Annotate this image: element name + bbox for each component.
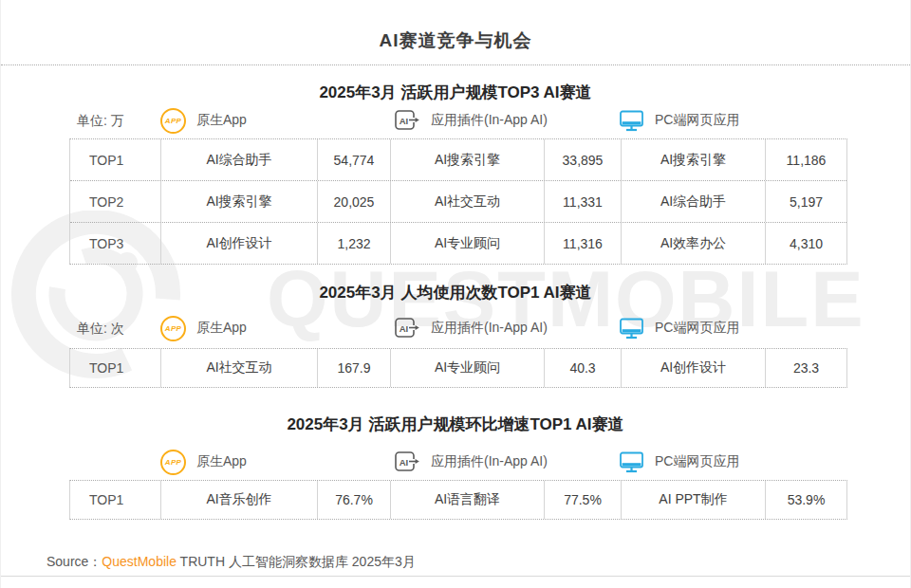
- unit-label: 单位: 次: [77, 321, 124, 338]
- legend-label: 应用插件(In-App AI): [431, 320, 548, 337]
- bottom-divider: [1, 576, 910, 577]
- pc-web-icon: [620, 451, 644, 473]
- legend-row-2: 单位: 次 APP 原生App AI 应用插件(In-App AI) PC端网页…: [1, 314, 910, 342]
- rank-cell: TOP2: [70, 181, 161, 222]
- legend-label: 原生App: [196, 320, 247, 337]
- app-badge-icon-text: APP: [165, 458, 181, 467]
- source-note: Source：QuestMobile TRUTH 人工智能洞察数据库 2025年…: [46, 554, 416, 571]
- pc-category-cell: AI效率办公: [622, 223, 766, 264]
- legend-label: 应用插件(In-App AI): [431, 453, 548, 470]
- pc-value-cell: 4,310: [766, 223, 846, 264]
- app-category-cell: AI创作设计: [161, 223, 318, 264]
- table-row: TOP1 AI社交互动 167.9 AI专业顾问 40.3 AI创作设计 23.…: [70, 349, 846, 387]
- table-row: TOP2 AI搜索引擎 20,025 AI社交互动 11,331 AI综合助手 …: [70, 180, 846, 222]
- top1-growth-rate-table: TOP1 AI音乐创作 76.7% AI语言翻译 77.5% AI PPT制作 …: [69, 480, 847, 520]
- pc-web-icon: [620, 110, 644, 132]
- pc-value-cell: 11,186: [766, 139, 846, 180]
- app-category-cell: AI综合助手: [161, 139, 318, 180]
- rank-cell: TOP3: [70, 223, 161, 264]
- legend-label: PC端网页应用: [655, 112, 739, 129]
- plugin-value-cell: 11,331: [545, 181, 622, 222]
- title-divider: [1, 64, 910, 65]
- legend-item-pc-web: PC端网页应用: [620, 448, 739, 476]
- rank-cell: TOP1: [70, 481, 161, 519]
- legend-item-in-app-ai: AI 应用插件(In-App AI): [395, 448, 548, 476]
- table-row: TOP1 AI综合助手 54,774 AI搜索引擎 33,895 AI搜索引擎 …: [70, 139, 846, 180]
- plugin-category-cell: AI语言翻译: [391, 481, 545, 519]
- plugin-category-cell: AI专业顾问: [391, 223, 545, 264]
- table-row: TOP3 AI创作设计 1,232 AI专业顾问 11,316 AI效率办公 4…: [70, 222, 846, 264]
- legend-item-pc-web: PC端网页应用: [620, 314, 739, 342]
- app-category-cell: AI社交互动: [161, 349, 318, 387]
- plugin-category-cell: AI专业顾问: [391, 349, 545, 387]
- legend-item-in-app-ai: AI 应用插件(In-App AI): [395, 106, 548, 135]
- app-category-cell: AI搜索引擎: [161, 181, 318, 222]
- plugin-value-cell: 77.5%: [545, 481, 622, 519]
- legend-item-native-app: APP 原生App: [160, 106, 247, 135]
- section-1-heading: 2025年3月 活跃用户规模TOP3 AI赛道: [1, 82, 910, 103]
- section-2-heading: 2025年3月 人均使用次数TOP1 AI赛道: [1, 282, 910, 303]
- app-value-cell: 1,232: [318, 223, 391, 264]
- in-app-ai-icon: AI: [395, 450, 420, 473]
- app-badge-icon-text: APP: [165, 324, 181, 333]
- pc-value-cell: 53.9%: [766, 481, 846, 519]
- source-prefix: Source：: [46, 554, 102, 569]
- legend-label: 原生App: [196, 453, 247, 470]
- legend-label: PC端网页应用: [655, 320, 739, 337]
- plugin-value-cell: 33,895: [545, 139, 622, 180]
- plugin-category-cell: AI搜索引擎: [391, 139, 545, 180]
- rank-cell: TOP1: [70, 139, 161, 180]
- legend-label: PC端网页应用: [655, 453, 739, 470]
- app-badge-icon-text: APP: [165, 117, 181, 125]
- in-app-ai-icon: AI: [395, 317, 420, 340]
- pc-value-cell: 5,197: [766, 181, 846, 222]
- legend-item-pc-web: PC端网页应用: [620, 106, 739, 135]
- top3-active-users-table: TOP1 AI综合助手 54,774 AI搜索引擎 33,895 AI搜索引擎 …: [69, 138, 847, 265]
- source-brand: QuestMobile: [102, 554, 177, 569]
- pc-category-cell: AI创作设计: [622, 349, 766, 387]
- plugin-value-cell: 11,316: [545, 223, 622, 264]
- plugin-value-cell: 40.3: [545, 349, 622, 387]
- app-value-cell: 76.7%: [318, 481, 391, 519]
- legend-row-3: APP 原生App AI 应用插件(In-App AI) PC端网页应用: [1, 448, 910, 476]
- app-value-cell: 167.9: [318, 349, 391, 387]
- page-title: AI赛道竞争与机会: [1, 28, 910, 53]
- legend-label: 应用插件(In-App AI): [431, 112, 548, 129]
- legend-label: 原生App: [196, 112, 247, 129]
- legend-item-native-app: APP 原生App: [160, 314, 247, 342]
- pc-category-cell: AI综合助手: [622, 181, 766, 222]
- legend-item-native-app: APP 原生App: [160, 448, 247, 476]
- pc-category-cell: AI搜索引擎: [622, 139, 766, 180]
- report-slide: QUESTMOBILE AI赛道竞争与机会 2025年3月 活跃用户规模TOP3…: [0, 0, 911, 588]
- app-badge-icon: APP: [160, 108, 186, 134]
- pc-category-cell: AI PPT制作: [622, 481, 766, 519]
- in-app-ai-icon-text: AI: [400, 323, 409, 334]
- plugin-category-cell: AI社交互动: [391, 181, 545, 222]
- section-3-heading: 2025年3月 活跃用户规模环比增速TOP1 AI赛道: [1, 413, 910, 435]
- app-value-cell: 20,025: [318, 181, 391, 222]
- in-app-ai-icon-text: AI: [400, 457, 409, 468]
- rank-cell: TOP1: [70, 349, 161, 387]
- app-badge-icon: APP: [160, 316, 186, 341]
- legend-row-1: 单位: 万 APP 原生App AI 应用插件(In-App AI) PC端网页…: [1, 106, 910, 135]
- in-app-ai-icon-text: AI: [400, 116, 409, 126]
- app-category-cell: AI音乐创作: [161, 481, 318, 519]
- app-value-cell: 54,774: [318, 139, 391, 180]
- pc-web-icon: [620, 318, 644, 340]
- unit-label: 单位: 万: [77, 113, 124, 130]
- in-app-ai-icon: AI: [395, 109, 420, 132]
- app-badge-icon: APP: [160, 450, 186, 475]
- source-suffix: TRUTH 人工智能洞察数据库 2025年3月: [177, 554, 416, 569]
- table-row: TOP1 AI音乐创作 76.7% AI语言翻译 77.5% AI PPT制作 …: [70, 481, 846, 519]
- pc-value-cell: 23.3: [766, 349, 846, 387]
- top1-avg-usage-table: TOP1 AI社交互动 167.9 AI专业顾问 40.3 AI创作设计 23.…: [69, 348, 847, 388]
- legend-item-in-app-ai: AI 应用插件(In-App AI): [395, 314, 548, 342]
